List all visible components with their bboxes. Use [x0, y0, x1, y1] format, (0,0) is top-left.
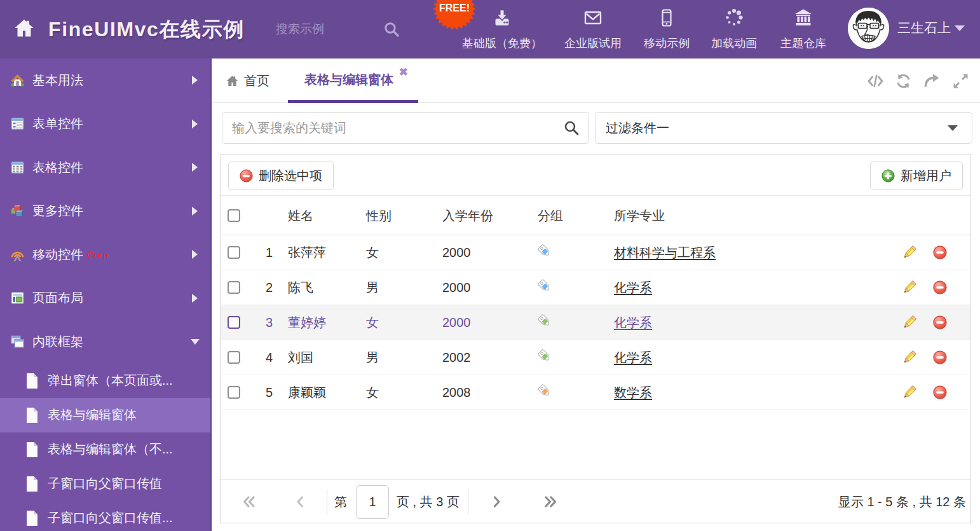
prev-page-button[interactable]	[294, 480, 306, 523]
header-search	[273, 17, 407, 42]
cell-group	[530, 244, 606, 261]
cell-group	[530, 384, 606, 401]
delete-selected-button[interactable]: 删除选中项	[228, 162, 334, 190]
column-gender[interactable]: 性别	[358, 207, 435, 224]
edit-pencil-icon[interactable]	[902, 350, 916, 364]
sidebar-subitem-0[interactable]: 弹出窗体（本页面或...	[0, 364, 210, 398]
source-code-icon[interactable]	[867, 72, 884, 90]
sidebar-item-4[interactable]: 移动控件 Corp.	[0, 233, 210, 277]
major-link[interactable]: 化学系	[614, 315, 652, 329]
record-count-status: 显示 1 - 5 条 , 共 12 条	[838, 480, 966, 523]
row-checkbox[interactable]	[228, 281, 240, 294]
tab-active[interactable]: 表格与编辑窗体 ✖	[288, 59, 418, 103]
edit-pencil-icon[interactable]	[902, 280, 916, 294]
column-name[interactable]: 姓名	[280, 207, 358, 224]
delete-row-icon[interactable]	[933, 385, 947, 399]
user-menu[interactable]: 三生石上	[848, 8, 975, 50]
sidebar-item-icon	[11, 248, 24, 261]
header-search-icon[interactable]	[383, 20, 400, 38]
delete-row-icon[interactable]	[933, 245, 947, 259]
nav-item-loading-animation[interactable]: 加载动画	[696, 0, 772, 59]
sidebar-subitem-3[interactable]: 子窗口向父窗口传值	[0, 467, 210, 501]
prev-page-icon	[294, 494, 306, 509]
delete-row-icon[interactable]	[933, 280, 947, 294]
major-link[interactable]: 数学系	[614, 385, 652, 399]
row-checkbox[interactable]	[228, 316, 240, 329]
major-link[interactable]: 材料科学与工程系	[614, 245, 716, 259]
cell-actions	[887, 350, 970, 364]
sidebar-item-5[interactable]: 页面布局	[0, 277, 210, 321]
page-number-input[interactable]	[356, 485, 389, 519]
column-group[interactable]: 分组	[530, 207, 606, 224]
cell-gender: 女	[358, 384, 435, 401]
row-checkbox[interactable]	[228, 351, 240, 364]
nav-item-enterprise-trial[interactable]: 企业版试用	[555, 0, 631, 59]
bank-icon	[793, 8, 813, 28]
row-checkbox[interactable]	[228, 386, 240, 399]
table-row-3[interactable]: 3 董婷婷 女 2000 化学系	[221, 305, 970, 340]
add-user-button[interactable]: 新增用户	[870, 162, 963, 190]
pager-separator	[468, 480, 468, 523]
edit-pencil-icon[interactable]	[902, 315, 916, 329]
next-page-button[interactable]	[491, 480, 503, 523]
table-row-1[interactable]: 1 张萍萍 女 2000 材料科学与工程系	[221, 235, 970, 270]
sidebar-subitem-2[interactable]: 表格与编辑窗体（不...	[0, 432, 210, 467]
edit-pencil-icon[interactable]	[902, 385, 916, 399]
tab-close-icon[interactable]: ✖	[399, 66, 408, 79]
table-row-4[interactable]: 4 刘国 男 2002 化学系	[221, 340, 970, 375]
sidebar-item-label: 表单控件	[32, 115, 83, 132]
column-year[interactable]: 入学年份	[435, 207, 530, 224]
grid-search-icon[interactable]	[563, 120, 580, 137]
cell-index: 3	[248, 315, 280, 330]
column-major[interactable]: 所学专业	[606, 207, 887, 224]
select-all-checkbox[interactable]	[228, 209, 240, 222]
cell-major: 化学系	[606, 314, 887, 331]
nav-item-basic-edition[interactable]: 基础版（免费）	[454, 0, 550, 59]
cell-gender: 女	[358, 314, 435, 331]
chevron-down-icon	[191, 339, 200, 345]
major-link[interactable]: 化学系	[614, 350, 652, 364]
filter-dropdown[interactable]: 过滤条件一	[595, 112, 972, 144]
avatar-face	[848, 8, 889, 49]
avatar	[848, 8, 889, 49]
cell-actions	[887, 280, 970, 294]
tab-active-label: 表格与编辑窗体	[304, 59, 393, 103]
envelope-icon	[583, 8, 603, 28]
row-checkbox[interactable]	[228, 246, 240, 259]
sidebar-subitem-1[interactable]: 表格与编辑窗体	[0, 398, 210, 432]
delete-row-icon[interactable]	[933, 350, 947, 364]
grid-toolbar: 删除选中项 新增用户	[221, 155, 970, 196]
header-search-input[interactable]	[273, 17, 375, 42]
tab-toolbar	[862, 59, 963, 103]
pager-word-total: 页 , 共 3 页	[397, 480, 459, 523]
nav-item-mobile-demo[interactable]: 移动示例	[629, 0, 705, 59]
refresh-icon[interactable]	[895, 72, 912, 90]
tab-home[interactable]: 首页	[226, 59, 269, 103]
grid-search-input[interactable]	[232, 113, 556, 143]
sidebar-item-3[interactable]: 更多控件	[0, 190, 210, 233]
sidebar-item-label: 移动控件	[32, 246, 83, 263]
sidebar-item-label: 页面布局	[32, 289, 83, 307]
table-row-5[interactable]: 5 康颖颖 女 2008 数学系	[221, 375, 970, 410]
nav-item-theme-store[interactable]: 主题仓库	[765, 0, 841, 59]
tag-blue-icon	[538, 244, 551, 258]
pager-separator	[327, 480, 327, 523]
cell-year: 2000	[435, 245, 530, 260]
brand-home-icon[interactable]	[13, 17, 35, 39]
share-icon[interactable]	[923, 72, 941, 90]
first-page-button[interactable]	[242, 480, 257, 523]
grid-search-box	[222, 112, 589, 144]
major-link[interactable]: 化学系	[614, 280, 652, 294]
sidebar-subitem-4[interactable]: 子窗口向父窗口传值...	[0, 501, 210, 531]
sidebar-item-6[interactable]: 内联框架	[0, 320, 210, 364]
expand-icon[interactable]	[952, 72, 969, 90]
grid-panel: 删除选中项 新增用户 姓名 性别 入学年份 分组 所学专业	[220, 154, 971, 523]
last-page-button[interactable]	[543, 480, 558, 523]
sidebar-item-0[interactable]: 基本用法	[0, 59, 210, 102]
edit-pencil-icon[interactable]	[902, 245, 916, 259]
table-row-2[interactable]: 2 陈飞 男 2000 化学系	[221, 270, 970, 305]
delete-row-icon[interactable]	[933, 315, 947, 329]
sidebar-item-2[interactable]: 表格控件	[0, 146, 210, 190]
app-title: FineUIMvc在线示例	[48, 0, 245, 59]
sidebar-item-1[interactable]: 表单控件	[0, 102, 210, 146]
